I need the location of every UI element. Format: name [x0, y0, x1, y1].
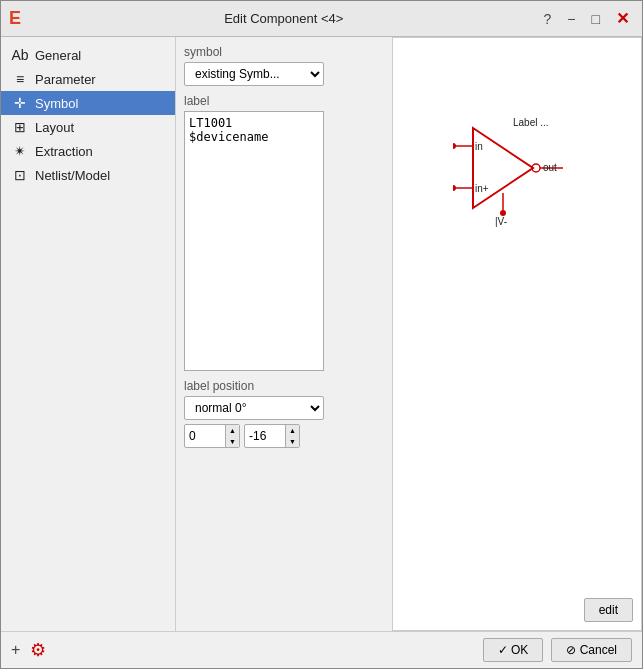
- x-spinners: ▲ ▼: [225, 425, 239, 447]
- label-section-label: label: [184, 94, 380, 108]
- svg-text:in: in: [475, 141, 483, 152]
- label-position-coords: ▲ ▼ ▲ ▼: [184, 424, 380, 448]
- bottom-left-buttons: + ⚙: [11, 639, 46, 661]
- extraction-icon: ✴: [11, 143, 29, 159]
- preview-area: in in+ out |V- Label ... edit: [392, 37, 642, 631]
- sidebar-item-layout[interactable]: ⊞ Layout: [1, 115, 175, 139]
- maximize-button[interactable]: □: [587, 9, 605, 29]
- x-input-group: ▲ ▼: [184, 424, 240, 448]
- app-logo: E: [9, 8, 21, 29]
- content-area: Ab General ≡ Parameter ✛ Symbol ⊞ Layout…: [1, 37, 642, 631]
- sidebar-label-general: General: [35, 48, 81, 63]
- sidebar-item-extraction[interactable]: ✴ Extraction: [1, 139, 175, 163]
- sidebar-label-extraction: Extraction: [35, 144, 93, 159]
- label-position-dropdown[interactable]: normal 0°: [184, 396, 324, 420]
- symbol-section: symbol existing Symb...: [184, 45, 380, 86]
- svg-point-11: [453, 185, 456, 191]
- svg-text:|V-: |V-: [495, 216, 507, 227]
- x-up-button[interactable]: ▲: [225, 425, 239, 436]
- svg-point-10: [453, 143, 456, 149]
- label-position-controls: normal 0° ▲ ▼ ▲: [184, 396, 380, 448]
- titlebar-controls: ? − □ ✕: [539, 7, 634, 30]
- titlebar: E Edit Component <4> ? − □ ✕: [1, 1, 642, 37]
- sidebar-label-layout: Layout: [35, 120, 74, 135]
- sidebar-label-parameter: Parameter: [35, 72, 96, 87]
- symbol-section-label: symbol: [184, 45, 380, 59]
- main-panel: symbol existing Symb... label LT1001 $de…: [176, 37, 388, 631]
- sidebar-item-netlist-model[interactable]: ⊡ Netlist/Model: [1, 163, 175, 187]
- y-down-button[interactable]: ▼: [285, 436, 299, 447]
- general-icon: Ab: [11, 47, 29, 63]
- close-button[interactable]: ✕: [611, 7, 634, 30]
- bottom-right-buttons: ✓ OK ⊘ Cancel: [483, 638, 632, 662]
- y-spinners: ▲ ▼: [285, 425, 299, 447]
- label-position-label: label position: [184, 379, 380, 393]
- y-up-button[interactable]: ▲: [285, 425, 299, 436]
- bottom-bar: + ⚙ ✓ OK ⊘ Cancel: [1, 631, 642, 668]
- main-window: E Edit Component <4> ? − □ ✕ Ab General …: [0, 0, 643, 669]
- symbol-icon: ✛: [11, 95, 29, 111]
- x-down-button[interactable]: ▼: [225, 436, 239, 447]
- y-input-group: ▲ ▼: [244, 424, 300, 448]
- parameter-icon: ≡: [11, 71, 29, 87]
- y-input[interactable]: [245, 427, 285, 445]
- x-input[interactable]: [185, 427, 225, 445]
- netlist-icon: ⊡: [11, 167, 29, 183]
- sidebar: Ab General ≡ Parameter ✛ Symbol ⊞ Layout…: [1, 37, 176, 631]
- svg-text:Label ...: Label ...: [513, 118, 549, 128]
- help-button[interactable]: ?: [539, 9, 557, 29]
- symbol-svg: in in+ out |V- Label ...: [453, 118, 613, 258]
- svg-text:out: out: [543, 162, 557, 173]
- window-title: Edit Component <4>: [29, 11, 539, 26]
- sidebar-item-general[interactable]: Ab General: [1, 43, 175, 67]
- sidebar-label-symbol: Symbol: [35, 96, 78, 111]
- label-position-section: label position normal 0° ▲ ▼: [184, 379, 380, 448]
- add-button[interactable]: +: [11, 639, 20, 661]
- sidebar-item-symbol[interactable]: ✛ Symbol: [1, 91, 175, 115]
- symbol-dropdown[interactable]: existing Symb...: [184, 62, 324, 86]
- sidebar-label-netlist-model: Netlist/Model: [35, 168, 110, 183]
- edit-button[interactable]: edit: [584, 598, 633, 622]
- ok-button[interactable]: ✓ OK: [483, 638, 544, 662]
- minimize-button[interactable]: −: [562, 9, 580, 29]
- svg-point-12: [500, 210, 506, 216]
- label-section: label LT1001 $devicename: [184, 94, 380, 371]
- layout-icon: ⊞: [11, 119, 29, 135]
- cancel-button[interactable]: ⊘ Cancel: [551, 638, 632, 662]
- label-textarea[interactable]: LT1001 $devicename: [184, 111, 324, 371]
- delete-button[interactable]: ⚙: [30, 639, 46, 661]
- svg-text:in+: in+: [475, 183, 489, 194]
- sidebar-item-parameter[interactable]: ≡ Parameter: [1, 67, 175, 91]
